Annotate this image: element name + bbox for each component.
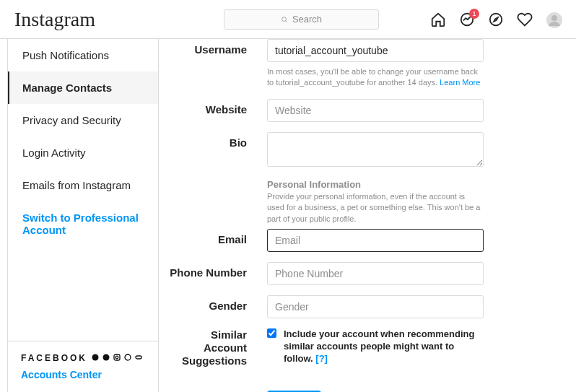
profile-avatar-icon[interactable]	[546, 12, 562, 27]
email-label: Email	[166, 229, 267, 252]
personal-info-helper: Provide your personal information, even …	[267, 191, 484, 225]
svg-rect-9	[114, 354, 120, 360]
sidebar-item-push-notifications[interactable]: Push Notifications	[8, 39, 158, 71]
whatsapp-small-icon	[124, 354, 131, 361]
phone-input[interactable]	[267, 262, 484, 285]
edit-profile-form: Username In most cases, you'll be able t…	[159, 39, 576, 392]
explore-icon[interactable]	[488, 12, 504, 27]
similar-help-icon[interactable]: [?]	[313, 353, 328, 364]
phone-label: Phone Number	[166, 262, 267, 285]
svg-point-11	[125, 354, 131, 360]
svg-point-8	[103, 354, 110, 361]
oculus-small-icon	[135, 354, 142, 361]
website-input[interactable]	[267, 99, 484, 122]
svg-rect-12	[136, 356, 141, 359]
search-placeholder: Search	[292, 14, 322, 25]
messenger-small-icon	[102, 354, 110, 361]
svg-point-10	[115, 356, 118, 359]
personal-info-heading: Personal Information	[267, 179, 484, 190]
facebook-brand: FACEBOOK	[21, 353, 145, 363]
fb-circle-icon	[92, 354, 99, 361]
similar-label: Similar AccountSuggestions	[166, 328, 267, 367]
similar-accounts-checkbox[interactable]	[267, 328, 276, 338]
gender-input[interactable]	[267, 295, 484, 318]
email-input[interactable]	[267, 229, 484, 252]
sidebar-item-manage-contacts[interactable]: Manage Contacts	[8, 71, 158, 104]
svg-point-3	[490, 13, 502, 25]
username-helper: In most cases, you'll be able to change …	[267, 66, 484, 89]
website-label: Website	[166, 99, 267, 122]
search-wrap: Search	[224, 9, 379, 30]
svg-point-7	[92, 354, 99, 361]
svg-line-1	[286, 20, 287, 22]
search-icon	[281, 16, 288, 23]
facebook-text: FACEBOOK	[21, 353, 87, 363]
sidebar-item-switch-professional[interactable]: Switch to Professional Account	[8, 201, 158, 246]
home-icon[interactable]	[430, 12, 446, 27]
settings-sidebar: Push Notifications Manage Contacts Priva…	[7, 39, 159, 392]
username-label: Username	[166, 39, 267, 62]
notification-badge: 1	[469, 9, 479, 19]
messenger-icon[interactable]: 1	[459, 12, 475, 27]
similar-accounts-label: Include your account when recommending s…	[284, 328, 484, 365]
sidebar-item-privacy-security[interactable]: Privacy and Security	[8, 104, 158, 136]
accounts-center-link[interactable]: Accounts Center	[21, 369, 145, 380]
nav-icons: 1	[430, 12, 562, 27]
activity-heart-icon[interactable]	[517, 12, 533, 27]
svg-point-0	[282, 17, 287, 21]
sidebar-item-login-activity[interactable]: Login Activity	[8, 136, 158, 169]
top-nav: Instagram Search 1	[0, 0, 576, 39]
bio-label: Bio	[166, 132, 267, 169]
facebook-app-icons	[92, 354, 142, 362]
instagram-small-icon	[113, 354, 121, 361]
sidebar-item-emails[interactable]: Emails from Instagram	[8, 169, 158, 201]
learn-more-link[interactable]: Learn More	[440, 78, 480, 87]
username-input[interactable]	[267, 39, 484, 62]
search-input[interactable]: Search	[224, 9, 379, 30]
instagram-logo[interactable]: Instagram	[14, 8, 224, 31]
sidebar-footer: FACEBOOK Accounts Center	[8, 341, 158, 392]
svg-marker-4	[494, 17, 498, 22]
bio-textarea[interactable]	[267, 132, 484, 167]
gender-label: Gender	[166, 295, 267, 318]
svg-point-6	[551, 15, 557, 21]
